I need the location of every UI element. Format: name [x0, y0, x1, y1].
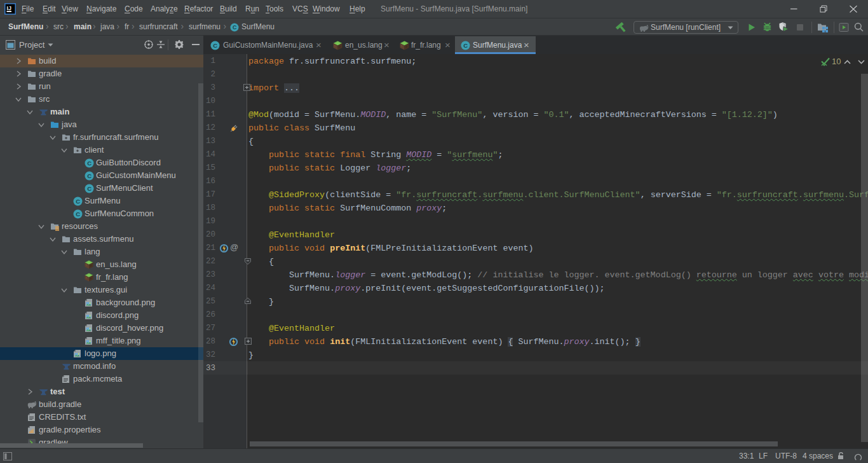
svg-text:C: C [87, 172, 92, 179]
svg-text:C: C [87, 185, 92, 192]
svg-text:C: C [87, 160, 92, 167]
svg-text:C: C [76, 211, 80, 218]
svg-text:C: C [213, 42, 217, 49]
svg-text:C: C [233, 24, 237, 31]
svg-text:IJ: IJ [7, 5, 12, 11]
svg-text:C: C [463, 42, 468, 49]
svg-text:C: C [76, 198, 80, 205]
